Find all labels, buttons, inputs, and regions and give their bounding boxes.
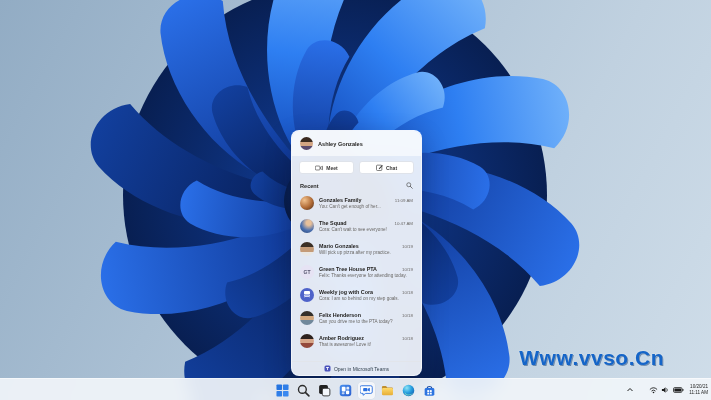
file-explorer-icon bbox=[381, 384, 394, 397]
conversation-preview: Can you drive me to the PTA today? bbox=[319, 319, 413, 324]
tray-clock[interactable]: 10/20/21 11:11 AM bbox=[689, 384, 708, 395]
tray-overflow-button[interactable] bbox=[626, 386, 634, 394]
conversation-row[interactable]: Felix Henderson 10/18 Can you drive me t… bbox=[292, 306, 421, 329]
note-icon bbox=[304, 291, 310, 298]
windows-start-icon bbox=[276, 384, 289, 397]
conversation-name: Green Tree House PTA bbox=[319, 266, 377, 272]
speaker-icon bbox=[661, 386, 670, 394]
video-camera-icon bbox=[315, 165, 323, 171]
group-avatar bbox=[300, 196, 314, 210]
conversation-time: 11:09 AM bbox=[395, 198, 413, 203]
tray-time: 11:11 AM bbox=[689, 390, 708, 396]
system-tray: 10/20/21 11:11 AM bbox=[626, 379, 708, 400]
conversation-time: 10/18 bbox=[402, 290, 413, 295]
conversation-preview: Felix: Thanks everyone for attending tod… bbox=[319, 273, 413, 278]
edge-icon bbox=[402, 384, 415, 397]
initials-avatar: GT bbox=[300, 265, 314, 279]
user-avatar[interactable] bbox=[300, 137, 313, 150]
person-avatar bbox=[300, 311, 314, 325]
teams-chat-icon bbox=[360, 384, 373, 397]
conversation-time: 10/18 bbox=[402, 336, 413, 341]
task-view-button[interactable] bbox=[316, 382, 333, 399]
search-button[interactable] bbox=[295, 382, 312, 399]
open-in-teams-link[interactable]: Open in Microsoft Teams bbox=[292, 361, 421, 375]
task-view-icon bbox=[318, 384, 331, 397]
conversation-name: Amber Rodriguez bbox=[319, 335, 364, 341]
search-icon bbox=[297, 384, 310, 397]
conversation-preview: Will pick up pizza after my practice. bbox=[319, 250, 413, 255]
start-button[interactable] bbox=[274, 382, 291, 399]
chat-button-taskbar[interactable] bbox=[358, 382, 375, 399]
conversation-row[interactable]: Amber Rodriguez 10/18 That is awesome! L… bbox=[292, 329, 421, 352]
conversation-time: 10/18 bbox=[402, 313, 413, 318]
conversation-time: 10/19 bbox=[402, 267, 413, 272]
conversation-preview: Cora: Can't wait to see everyone! bbox=[319, 227, 413, 232]
file-explorer-button[interactable] bbox=[379, 382, 396, 399]
conversation-preview: Cora: I am so behind on my step goals. bbox=[319, 296, 413, 301]
group-icon-avatar bbox=[300, 288, 314, 302]
tray-status-icons[interactable] bbox=[649, 386, 684, 394]
conversation-row[interactable]: Mario Gonzales 10/19 Will pick up pizza … bbox=[292, 237, 421, 260]
meet-button-label: Meet bbox=[326, 165, 337, 171]
conversation-name: The Squad bbox=[319, 220, 347, 226]
wifi-icon bbox=[649, 386, 658, 394]
conversation-row[interactable]: GT Green Tree House PTA 10/19 Felix: Tha… bbox=[292, 260, 421, 283]
meet-button[interactable]: Meet bbox=[299, 161, 354, 174]
watermark-text: Www.vvso.Cn bbox=[519, 346, 664, 370]
conversation-preview: That is awesome! Love it! bbox=[319, 342, 413, 347]
conversation-row[interactable]: Gonzales Family 11:09 AM You: Can't get … bbox=[292, 191, 421, 214]
chevron-up-icon bbox=[626, 386, 634, 394]
recent-label: Recent bbox=[300, 183, 319, 189]
chat-button[interactable]: Chat bbox=[359, 161, 414, 174]
teams-logo-icon bbox=[324, 365, 331, 372]
search-icon[interactable] bbox=[406, 182, 413, 189]
taskbar-center-icons bbox=[274, 379, 438, 400]
recent-section-header: Recent bbox=[292, 178, 421, 191]
conversation-name: Gonzales Family bbox=[319, 197, 362, 203]
store-button[interactable] bbox=[421, 382, 438, 399]
person-avatar bbox=[300, 334, 314, 348]
conversation-row[interactable]: The Squad 10:47 AM Cora: Can't wait to s… bbox=[292, 214, 421, 237]
edge-button[interactable] bbox=[400, 382, 417, 399]
conversation-name: Weekly jog with Cora bbox=[319, 289, 373, 295]
battery-icon bbox=[673, 386, 684, 394]
conversation-preview: You: Can't get enough of her... bbox=[319, 204, 413, 209]
user-name: Ashley Gonzales bbox=[318, 141, 363, 147]
conversation-time: 10:47 AM bbox=[394, 221, 413, 226]
conversation-name: Felix Henderson bbox=[319, 312, 361, 318]
teams-chat-flyout: Ashley Gonzales Meet Chat Recent bbox=[291, 130, 422, 376]
conversation-list: Gonzales Family 11:09 AM You: Can't get … bbox=[292, 191, 421, 361]
compose-icon bbox=[376, 164, 383, 171]
widgets-button[interactable] bbox=[337, 382, 354, 399]
chat-button-label: Chat bbox=[386, 165, 397, 171]
conversation-time: 10/19 bbox=[402, 244, 413, 249]
person-avatar bbox=[300, 242, 314, 256]
flyout-actions: Meet Chat bbox=[292, 156, 421, 178]
flyout-header: Ashley Gonzales bbox=[292, 131, 421, 156]
microsoft-store-icon bbox=[423, 384, 436, 397]
open-in-teams-label: Open in Microsoft Teams bbox=[334, 366, 389, 372]
group-avatar bbox=[300, 219, 314, 233]
conversation-row[interactable]: Weekly jog with Cora 10/18 Cora: I am so… bbox=[292, 283, 421, 306]
taskbar: 10/20/21 11:11 AM bbox=[0, 378, 711, 400]
conversation-name: Mario Gonzales bbox=[319, 243, 359, 249]
widgets-icon bbox=[339, 384, 352, 397]
